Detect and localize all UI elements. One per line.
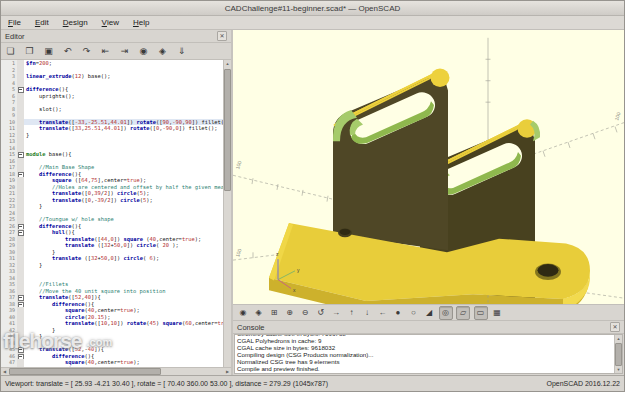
editor-toolbar-button[interactable]: ↶ (61, 45, 74, 58)
3d-canvas[interactable]: 100 100 100 100 (233, 30, 624, 304)
toolbar-icon: ▭ (477, 308, 485, 317)
editor-toolbar-button[interactable]: ⇤ (99, 45, 112, 58)
console-panel: Console ✕ Geometry cache size in bytes: … (233, 321, 624, 375)
menu-item[interactable]: File (1, 16, 28, 29)
toolbar-icon: ◎ (442, 308, 449, 317)
toolbar-icon: ▣ (44, 46, 53, 56)
toolbar-icon: ⊖ (302, 308, 309, 317)
code-editor[interactable]: 1 $fn=200; 2 3 (1, 60, 231, 367)
scroll-right-icon[interactable]: ▶ (224, 368, 231, 375)
editor-panel-title: Editor (5, 32, 25, 41)
viewport-toolbar-button[interactable]: ▭ (474, 306, 488, 320)
toolbar-icon: ↓ (365, 308, 369, 317)
toolbar-icon: ◢ (426, 308, 432, 317)
editor-toolbar-button[interactable]: ⇥ (118, 45, 131, 58)
scroll-up-icon[interactable]: ▲ (224, 60, 231, 67)
viewport-toolbar-button[interactable]: → (330, 307, 342, 319)
toolbar-icon: ▱ (460, 308, 466, 317)
right-column: 100 100 100 100 (233, 30, 624, 375)
editor-panel-header: Editor ✕ (1, 30, 231, 43)
toolbar-icon: → (332, 308, 340, 317)
toolbar-icon: ⇓ (178, 46, 186, 56)
toolbar-icon: ⊞ (271, 308, 278, 317)
editor-vertical-scrollbar[interactable]: ▲ (223, 60, 231, 367)
toolbar-icon: ↷ (83, 46, 91, 56)
viewport-toolbar: ◉ ◈ ⊞ ⊕ ⊖ ↺ → ↑ ↓ ← (233, 305, 624, 321)
window-title: CADChallenge#11-beginner.scad* — OpenSCA… (225, 4, 401, 13)
viewport-toolbar-button[interactable]: ↓ (361, 307, 373, 319)
console-close-icon[interactable]: ✕ (610, 322, 620, 332)
scroll-down-icon[interactable]: ▼ (615, 366, 622, 373)
editor-horizontal-scrollbar[interactable]: ◀ ▶ (1, 367, 231, 375)
main-area: Editor ✕ ❏ ❐ ▣ ↶ ↷ ⇤ ⇥ (1, 30, 624, 375)
viewport-toolbar-button[interactable]: ▦ (491, 307, 503, 319)
scrollbar-thumb[interactable] (224, 69, 231, 191)
viewport-toolbar-button[interactable]: ◎ (439, 306, 453, 320)
viewport-toolbar-button[interactable]: ○ (408, 307, 420, 319)
viewport-toolbar-button[interactable]: ← (377, 307, 389, 319)
editor-toolbar: ❏ ❐ ▣ ↶ ↷ ⇤ ⇥ ◉ ◈ ⇓ (1, 43, 231, 60)
toolbar-icon: ⇤ (102, 46, 110, 56)
viewport-toolbar-button[interactable]: ▱ (456, 306, 470, 320)
toolbar-icon: ↶ (64, 46, 72, 56)
editor-toolbar-button[interactable]: ❏ (4, 45, 17, 58)
fold-marker[interactable] (17, 366, 24, 368)
editor-toolbar-button[interactable]: ◈ (156, 45, 169, 58)
menubar: File Edit Design View Help (1, 16, 624, 30)
viewport-toolbar-button[interactable]: ↺ (315, 307, 327, 319)
titlebar: CADChallenge#11-beginner.scad* — OpenSCA… (1, 1, 624, 16)
toolbar-icon: ↺ (317, 308, 324, 317)
menu-item[interactable]: Design (56, 16, 95, 29)
editor-toolbar-button[interactable]: ▣ (42, 45, 55, 58)
viewport-toolbar-button[interactable]: ⊞ (268, 307, 280, 319)
viewport-toolbar-button[interactable]: ◢ (423, 307, 435, 319)
viewport-3d[interactable]: 100 100 100 100 (233, 30, 624, 305)
toolbar-icon: ← (379, 308, 387, 317)
toolbar-icon: ↑ (350, 308, 354, 317)
scroll-up-icon[interactable]: ▲ (615, 335, 622, 342)
toolbar-icon: ❏ (6, 46, 14, 56)
viewport-toolbar-button[interactable]: ◈ (253, 307, 265, 319)
code-line[interactable]: 48 circle(20.15); (1, 366, 223, 368)
editor-toolbar-button[interactable]: ↷ (80, 45, 93, 58)
toolbar-icon: ◈ (159, 46, 166, 56)
editor-toolbar-button[interactable]: ◉ (137, 45, 150, 58)
version-text: OpenSCAD 2016.12.22 (546, 380, 620, 387)
editor-close-icon[interactable]: ✕ (217, 31, 227, 41)
openscad-window: CADChallenge#11-beginner.scad* — OpenSCA… (0, 0, 625, 392)
menu-item[interactable]: Edit (28, 16, 56, 29)
viewport-toolbar-button[interactable]: ● (392, 307, 404, 319)
viewport-toolbar-button[interactable]: ↑ (346, 307, 358, 319)
toolbar-icon: ⊕ (286, 308, 293, 317)
code-lines: 1 $fn=200; 2 3 (1, 60, 223, 367)
toolbar-icon: ⇥ (121, 46, 129, 56)
toolbar-icon: ◉ (240, 308, 247, 317)
console-panel-header: Console ✕ (233, 321, 624, 334)
scrollbar-thumb[interactable] (615, 343, 622, 366)
line-number: 48 (1, 366, 17, 368)
viewport-status-text: Viewport: translate = [ 25.93 -4.21 30.4… (5, 380, 328, 387)
viewport-toolbar-button[interactable]: ◉ (237, 307, 249, 319)
status-bar: Viewport: translate = [ 25.93 -4.21 30.4… (1, 375, 624, 391)
editor-toolbar-button[interactable]: ⇓ (175, 45, 188, 58)
code-text: circle(20.15); (24, 366, 223, 368)
console-lines: Geometry cache size in bytes: 7096768 CG… (235, 334, 614, 373)
editor-panel: Editor ✕ ❏ ❐ ▣ ↶ ↷ ⇤ ⇥ (1, 30, 233, 375)
menu-item[interactable]: Help (126, 16, 156, 29)
console-line: Total rendering time: 0 hours, 0 minutes… (237, 372, 612, 374)
toolbar-icon: ◉ (140, 46, 148, 56)
toolbar-icon: ● (396, 308, 401, 317)
console-panel-title: Console (237, 323, 265, 332)
toolbar-icon: ❐ (25, 46, 33, 56)
viewport-toolbar-button[interactable]: ⊖ (299, 307, 311, 319)
toolbar-icon: ◈ (255, 308, 261, 317)
scrollbar-thumb[interactable] (9, 368, 161, 375)
scroll-left-icon[interactable]: ◀ (1, 368, 8, 375)
console-scrollbar[interactable]: ▲ ▼ (614, 335, 622, 373)
console-output[interactable]: Geometry cache size in bytes: 7096768 CG… (234, 334, 623, 374)
viewport-toolbar-button[interactable]: ⊕ (284, 307, 296, 319)
toolbar-icon: ▦ (493, 308, 501, 317)
editor-toolbar-button[interactable]: ❐ (23, 45, 36, 58)
menu-item[interactable]: View (95, 16, 126, 29)
toolbar-icon: ○ (411, 308, 416, 317)
